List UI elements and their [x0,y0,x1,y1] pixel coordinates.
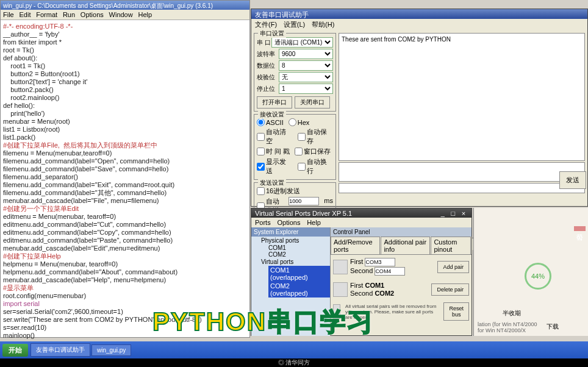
tab-pinout[interactable]: Custom pinout [431,237,471,254]
second-label: Second [350,267,373,274]
add-pair-icon [333,260,348,274]
add-pair-button[interactable]: Add pair [437,261,469,273]
rx-settings-label: 接收设置 [258,110,286,119]
open-port-button[interactable]: 打开串口 [257,96,292,109]
tree-virtual-ports[interactable]: Virtual ports [251,258,330,266]
editor-menu-edit[interactable]: Edit [20,11,31,18]
tx-interval-input[interactable] [289,197,319,205]
company-badge: 公司 [574,226,586,231]
close-port-button[interactable]: 关闭串口 [295,96,330,109]
tab-add-remove[interactable]: Add/Remove ports [331,237,380,254]
tree-header: System Explorer [251,227,330,237]
baud-label: 波特率 [257,50,279,59]
tree-vcom1[interactable]: COM1 (overlapped) [251,266,330,282]
second-port-input[interactable] [375,267,405,276]
rx-showsend-check[interactable]: 显示发送 [257,157,293,176]
editor-title: win_gui.py - C:\Documents and Settings\A… [1,1,249,10]
stopbits-label: 停止位 [257,85,279,93]
first-label-2: First [350,282,363,289]
reset-bus-button[interactable]: Reset bus [443,302,469,321]
serial-menu-settings[interactable]: 设置(L) [284,21,305,28]
editor-menubar: File Edit Format Run Options Window Help [1,10,249,20]
taskbar-item-editor[interactable]: win_gui.py [91,344,131,356]
code-area[interactable]: #-*- encoding:UTF-8 -*-__author__ = 'fyb… [1,20,249,342]
port-settings-label: 串口设置 [258,29,286,38]
rx-ascii-radio[interactable]: ASCII [257,118,284,126]
first-label: First [350,258,363,265]
rx-autosave-check[interactable]: 自动保存 [298,127,334,146]
download-label[interactable]: 下载 [547,322,559,331]
rx-autowrap-check[interactable]: 自动换行 [298,157,334,176]
percent-indicator: 44% [525,263,551,290]
port-select[interactable]: 通讯端口 (COM1) [271,37,333,48]
second-val-2: COM2 [375,290,394,297]
editor-menu-format[interactable]: Format [36,11,57,18]
send-button[interactable]: 发送 [559,171,586,189]
info-line1: lation (for Win NT4/2000 [478,321,537,327]
video-caption: PYTHON串口学习 [152,305,374,339]
sidebar-fragment: 公司 44% 半收期 下载 lation (for Win NT4/2000 f… [473,208,588,336]
stopbits-select[interactable]: 1 [279,84,333,94]
parity-label: 校验位 [257,73,279,82]
tx-settings-label: 发送设置 [258,179,286,187]
history-combo[interactable] [339,183,585,193]
second-label-2: Second [350,290,373,297]
editor-window: win_gui.py - C:\Documents and Settings\A… [0,0,250,338]
tree-com1[interactable]: COM1 [251,244,330,251]
editor-menu-file[interactable]: File [3,11,14,18]
tab-pair-info[interactable]: Additional pair info [381,237,430,254]
add-pair-row: First Second Add pair [331,255,471,279]
start-button[interactable]: 开始 [2,344,28,357]
rx-window-check[interactable]: 窗口保存 [295,147,331,156]
rx-textarea[interactable]: These are sent from COM2 by PYTHON [339,33,585,161]
vspd-menu-help[interactable]: Help [307,219,321,226]
vspd-menu-ports[interactable]: Ports [255,219,271,226]
vspd-menu-options[interactable]: Options [277,219,300,226]
panel-header: Control Panel [331,227,471,237]
delete-pair-row: First COM1 Second COM2 Delete pair [331,279,471,300]
tx-hex-check[interactable]: 16进制发送 [257,187,300,196]
delete-pair-icon [333,282,348,297]
vspd-menubar: Ports Options Help [251,218,471,227]
port-settings-group: 串口设置 串 口通讯端口 (COM1) 波特率9600 数据位8 校验位无 停止… [254,33,336,112]
editor-menu-options[interactable]: Options [81,11,104,18]
vspd-titlebar: Virtual Serial Ports Driver XP 5.1 _ □ × [251,208,471,218]
first-port-input[interactable] [365,258,395,266]
serial-menu-file[interactable]: 文件(F) [255,21,277,28]
tree-physical-ports[interactable]: Physical ports [251,237,330,244]
serial-debug-window: 友善串口调试助手 文件(F) 设置(L) 帮助(H) 串口设置 串 口通讯端口 … [251,9,588,207]
info-line2: for Win NT4/2000/X [478,327,526,333]
tx-textarea[interactable] [339,162,585,182]
rx-settings-group: 接收设置 ASCII Hex 自动清空 自动保存 时 间 戳 窗口保存 显示发送… [254,114,336,180]
first-val-2: COM1 [365,282,384,289]
rx-time-check[interactable]: 时 间 戳 [257,147,290,156]
databits-select[interactable]: 8 [279,60,333,71]
parity-select[interactable]: 无 [279,72,333,82]
rx-autoclear-check[interactable]: 自动清空 [257,127,293,146]
serial-menubar: 文件(F) 设置(L) 帮助(H) [251,19,587,30]
brand-bar: ◎ 清华同方 [0,358,588,367]
maximize-icon[interactable]: □ [449,210,457,217]
serial-title: 友善串口调试助手 [251,9,587,19]
databits-label: 数据位 [257,62,279,70]
taskbar: 开始 友善串口调试助手 win_gui.py [0,341,588,358]
period-label: 半收期 [503,309,521,318]
editor-menu-help[interactable]: Help [138,11,152,18]
port-label: 串 口 [257,38,271,47]
serial-menu-help[interactable]: 帮助(H) [312,21,334,28]
vspd-tabs: Add/Remove ports Additional pair info Cu… [331,237,471,255]
baud-select[interactable]: 9600 [279,49,333,59]
minimize-icon[interactable]: _ [439,210,447,217]
delete-pair-button[interactable]: Delete pair [431,283,469,296]
editor-menu-run[interactable]: Run [63,11,75,18]
tree-vcom2[interactable]: COM2 (overlapped) [251,282,330,298]
vspd-title-text: Virtual Serial Ports Driver XP 5.1 [255,210,352,216]
editor-menu-window[interactable]: Window [109,11,133,18]
close-icon[interactable]: × [459,210,468,217]
taskbar-item-serial[interactable]: 友善串口调试助手 [30,343,90,357]
rx-hex-radio[interactable]: Hex [289,118,310,126]
tree-com2[interactable]: COM2 [251,251,330,258]
